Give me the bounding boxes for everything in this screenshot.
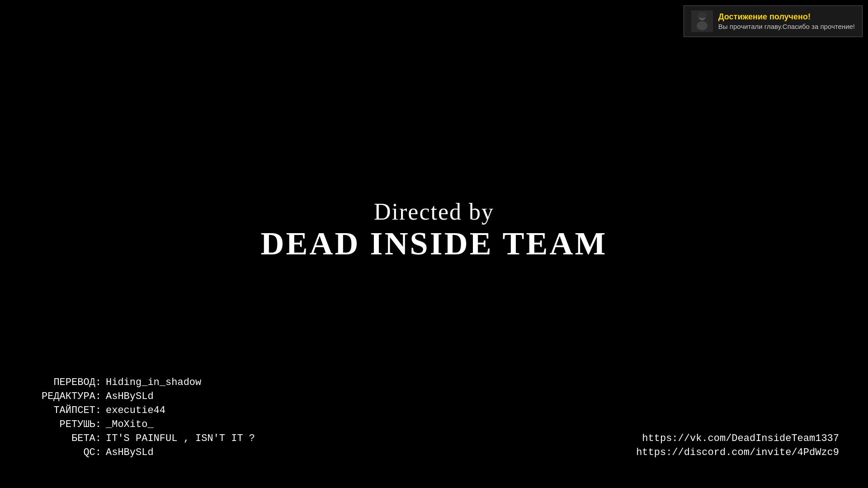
credit-row: ПЕРЕВОД:Hiding_in_shadow xyxy=(29,377,255,388)
page-container: Достижение получено! Вы прочитали главу.… xyxy=(0,0,868,488)
credit-row: РЕТУШЬ:_MoXito_ xyxy=(29,419,255,430)
credit-label: ПЕРЕВОД: xyxy=(29,377,101,388)
credit-value: Hiding_in_shadow xyxy=(106,377,201,388)
credit-value: AsHBySLd xyxy=(106,447,154,458)
svg-point-2 xyxy=(697,21,708,30)
credit-row: РЕДАКТУРА:AsHBySLd xyxy=(29,391,255,402)
svg-rect-4 xyxy=(698,15,707,18)
achievement-text-container: Достижение получено! Вы прочитали главу.… xyxy=(718,12,855,30)
achievement-avatar xyxy=(691,10,713,32)
achievement-subtitle: Вы прочитали главу.Спасибо за прочтение! xyxy=(718,23,855,30)
directed-by-label: Directed by xyxy=(261,198,608,225)
credit-row: QC:AsHBySLd xyxy=(29,447,255,458)
achievement-title: Достижение получено! xyxy=(718,12,855,22)
center-content: Directed by DEAD INSIDE TEAM xyxy=(261,198,608,263)
credit-row: БЕТА:IT'S PAINFUL , ISN'T IT ? xyxy=(29,433,255,444)
credit-label: ТАЙПСЕТ: xyxy=(29,405,101,416)
credits-bottom-left: ПЕРЕВОД:Hiding_in_shadowРЕДАКТУРА:AsHByS… xyxy=(29,377,255,461)
credit-value: AsHBySLd xyxy=(106,391,154,402)
credit-label: QC: xyxy=(29,447,101,458)
team-name: DEAD INSIDE TEAM xyxy=(261,225,608,263)
credit-value: executie44 xyxy=(106,405,165,416)
credit-label: РЕДАКТУРА: xyxy=(29,391,101,402)
discord-link: https://discord.com/invite/4PdWzc9 xyxy=(636,447,839,458)
credit-label: РЕТУШЬ: xyxy=(29,419,101,430)
credit-value: _MoXito_ xyxy=(106,419,154,430)
achievement-notification: Достижение получено! Вы прочитали главу.… xyxy=(684,5,863,37)
credits-bottom-right: https://vk.com/DeadInsideTeam1337 https:… xyxy=(636,433,839,461)
credit-row: ТАЙПСЕТ:executie44 xyxy=(29,405,255,416)
credit-label: БЕТА: xyxy=(29,433,101,444)
vk-link: https://vk.com/DeadInsideTeam1337 xyxy=(636,433,839,444)
credit-value: IT'S PAINFUL , ISN'T IT ? xyxy=(106,433,255,444)
